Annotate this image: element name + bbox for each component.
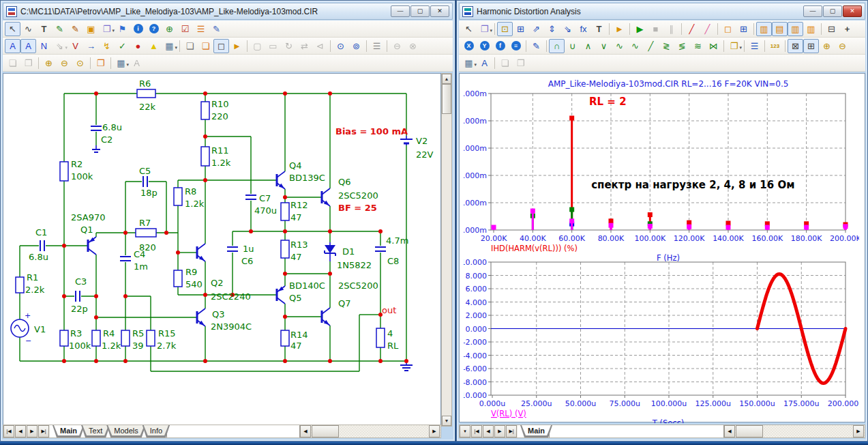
high-button-icon[interactable]: ∧ xyxy=(580,39,596,53)
resistor-R2[interactable] xyxy=(60,162,68,181)
bring-front-button-icon[interactable]: ❏ xyxy=(5,56,20,70)
schematic-canvas[interactable]: +−R622k6.8uC2R2100kR10220R111.2kC518pR81… xyxy=(3,73,441,427)
capacitor-C3[interactable] xyxy=(74,290,81,302)
resistor-R4[interactable] xyxy=(92,330,100,346)
find-wave-button-icon[interactable]: ⊙ xyxy=(333,39,348,53)
format-settings-button-icon[interactable]: ≡ xyxy=(508,39,524,53)
waveform-signal-label[interactable]: V(RL) (V) xyxy=(491,409,526,418)
peak-button-icon[interactable]: ∩ xyxy=(549,39,565,53)
scroll-up-button[interactable]: ▲ xyxy=(442,74,451,84)
resistor-R7[interactable] xyxy=(136,229,156,237)
battery-V2[interactable] xyxy=(400,136,413,145)
diode-D1[interactable] xyxy=(323,242,337,261)
clear-box-button-icon[interactable]: ▭ xyxy=(265,39,281,53)
properties-button-icon[interactable]: ► xyxy=(612,22,627,36)
source-V1[interactable]: +− xyxy=(11,311,31,345)
condition-display-toggle-icon[interactable]: ✓ xyxy=(115,39,130,53)
next-tab-button[interactable]: ▶ xyxy=(27,425,38,437)
fall-marker-button-icon[interactable]: ∿ xyxy=(627,39,643,53)
resistor-R14[interactable] xyxy=(281,330,289,346)
capacitor-C2[interactable] xyxy=(90,125,102,132)
transistor-Q6[interactable] xyxy=(322,188,330,206)
zoom-out-button-icon[interactable]: ⊖ xyxy=(57,56,72,70)
envelope-button-icon[interactable]: ≋ xyxy=(690,39,706,53)
first-tab-button[interactable]: |◀ xyxy=(471,425,482,437)
capacitor-C4[interactable] xyxy=(119,255,132,262)
close-button[interactable]: ✕ xyxy=(430,5,449,17)
run-button-icon[interactable]: ▶ xyxy=(632,22,648,36)
fx-settings-button-icon[interactable]: f xyxy=(492,39,508,53)
scale-mode-button-icon[interactable]: ⊡ xyxy=(497,22,513,36)
preferences-button-icon[interactable]: ✎ xyxy=(209,22,224,36)
select-tool-icon[interactable]: ↖ xyxy=(5,22,20,36)
font-button-icon[interactable]: A xyxy=(129,56,145,70)
power-display-toggle-icon[interactable]: ↯ xyxy=(99,39,115,53)
rotate-button-icon[interactable]: ↻ xyxy=(281,39,297,53)
page-properties-button-icon[interactable]: ❏ xyxy=(198,39,213,53)
pause-button-icon[interactable]: ∥ xyxy=(663,22,679,36)
scroll-thumb[interactable] xyxy=(442,84,451,114)
polygon-tool-icon[interactable]: ✎ xyxy=(68,22,83,36)
node-snap-toggle-icon[interactable]: ⇘▾ xyxy=(52,39,68,53)
transistor-Q2[interactable] xyxy=(197,244,205,261)
first-tab-button[interactable]: |◀ xyxy=(3,425,14,437)
last-tab-button[interactable]: ▶| xyxy=(506,425,517,437)
find-button-icon[interactable]: ⊚ xyxy=(348,39,364,53)
line-tool-icon[interactable]: ✎ xyxy=(52,22,68,36)
tracker-axes-button-icon[interactable]: ⊞ xyxy=(803,39,819,53)
new-page-button-icon[interactable]: ❏ xyxy=(182,39,198,53)
vertical-tag-button-icon[interactable]: ⇕ xyxy=(544,22,560,36)
close-button[interactable]: ✕ xyxy=(843,5,862,17)
pin-connection-toggle-icon[interactable]: ● xyxy=(130,39,146,53)
tab-models[interactable]: Models xyxy=(106,425,145,437)
analysis-plot-area[interactable]: AMP_Like-Melodiya-103mod.CIR RL=2...16 F… xyxy=(459,73,865,422)
scroll-left-button[interactable]: ◀ xyxy=(724,425,735,437)
scroll-right-button[interactable]: ▶ xyxy=(429,425,440,437)
component-list-button-icon[interactable]: ☰ xyxy=(193,22,209,36)
valley-button-icon[interactable]: ∪ xyxy=(565,39,580,53)
resistor-R10[interactable] xyxy=(201,102,209,119)
resistor-R5[interactable] xyxy=(121,330,130,346)
plot-group-3-button-icon[interactable]: ▥ xyxy=(788,22,803,36)
attribute-text-toggle-icon[interactable]: A xyxy=(5,39,20,53)
transistor-Q4[interactable] xyxy=(277,171,285,189)
y-axis-settings-button-icon[interactable]: Y xyxy=(477,39,492,53)
plot-group-4-button-icon[interactable]: ▥ xyxy=(803,22,819,36)
point-tag-button-icon[interactable]: ⇗ xyxy=(528,22,544,36)
resistor-R11[interactable] xyxy=(201,147,209,166)
step-down-button-icon[interactable]: ⊖ xyxy=(389,39,405,53)
last-tab-button[interactable]: ▶| xyxy=(38,425,49,437)
resistor-R12[interactable] xyxy=(281,203,289,220)
zoom-in-button-icon[interactable]: ⊕ xyxy=(41,56,57,70)
capacitor-C1[interactable] xyxy=(39,240,46,252)
select-region-button-icon[interactable]: ◻ xyxy=(720,22,736,36)
plot-group-1-button-icon[interactable]: ▥ xyxy=(756,22,772,36)
horizontal-tag-button-icon[interactable]: ⇘ xyxy=(560,22,575,36)
transistor-Q1[interactable] xyxy=(88,237,96,255)
zoom-out-button-icon[interactable]: ⊖ xyxy=(835,39,850,53)
scroll-down-button[interactable]: ▼ xyxy=(442,416,451,426)
horizontal-line-button-icon[interactable]: ⊟ xyxy=(824,22,839,36)
minimize-button[interactable]: — xyxy=(391,5,410,17)
tracker-cursor-button-icon[interactable]: ⊠ xyxy=(788,39,803,53)
formula-text-button-icon[interactable]: fx xyxy=(575,22,591,36)
select-region-button-icon[interactable]: ◻ xyxy=(213,39,229,53)
transistor-Q5[interactable] xyxy=(277,286,285,304)
period-button-icon[interactable]: ⋈ xyxy=(706,39,721,53)
select-tool-icon[interactable]: ↖ xyxy=(461,22,477,36)
send-back-button-icon[interactable]: ❐ xyxy=(20,56,36,70)
page-flip-button-icon[interactable]: ❐ xyxy=(93,56,108,70)
value-tags-button-icon[interactable]: 123 xyxy=(767,39,783,53)
rise-marker-button-icon[interactable]: ∿ xyxy=(612,39,627,53)
zoom-in-button-icon[interactable]: ⊕ xyxy=(819,39,835,53)
help-button-icon[interactable]: ? xyxy=(146,22,162,36)
scroll-thumb[interactable] xyxy=(736,425,763,437)
crosshair-button-icon[interactable]: + xyxy=(839,22,855,36)
resistor-R15[interactable] xyxy=(147,330,155,346)
box-tool-button-icon[interactable]: ▢ xyxy=(250,39,265,53)
grid-toggle-icon[interactable]: ▦▾ xyxy=(162,39,177,53)
bring-front-button-icon[interactable]: ❏ xyxy=(497,56,513,70)
data-points-button-icon[interactable]: ⊞ xyxy=(736,22,751,36)
capacitor-C5[interactable] xyxy=(142,175,149,188)
current-display-toggle-icon[interactable]: → xyxy=(83,39,99,53)
